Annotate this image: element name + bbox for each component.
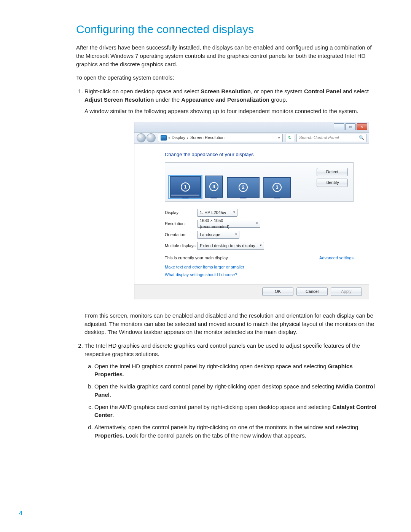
resolution-label: Resolution: xyxy=(165,221,197,227)
intro-paragraph: After the drivers have been successfully… xyxy=(76,43,377,68)
step-2a: Open the Intel HD graphics control panel… xyxy=(94,362,377,379)
bold-properties: Properties. xyxy=(94,432,124,439)
monitor-1[interactable]: 1 xyxy=(170,176,201,198)
display-label: Display: xyxy=(165,210,197,216)
step-2c: Open the AMD graphics card control panel… xyxy=(94,403,377,420)
display-dropdown[interactable]: 1. HP L2045w xyxy=(197,209,237,217)
refresh-button[interactable]: ↻ xyxy=(285,134,294,142)
address-bar: « Display ▸ Screen Resolution ▾ ↻ Search… xyxy=(134,133,369,144)
multiple-displays-label: Multiple displays: xyxy=(165,243,197,249)
bold-screen-resolution: Screen Resolution xyxy=(201,88,251,94)
display-settings-help-link[interactable]: What display settings should I choose? xyxy=(165,272,354,278)
window-titlebar: — ▭ ✕ xyxy=(134,122,369,133)
close-button[interactable]: ✕ xyxy=(357,123,367,130)
text-size-link[interactable]: Make text and other items larger or smal… xyxy=(165,264,354,270)
resolution-dropdown[interactable]: 1680 × 1050 (recommended) xyxy=(197,220,260,228)
open-controls-lead: To open the operating system controls: xyxy=(76,73,377,82)
maximize-button[interactable]: ▭ xyxy=(345,123,356,130)
step-1: Right-click on open desktop space and se… xyxy=(84,87,377,336)
ok-button[interactable]: OK xyxy=(262,288,293,296)
bold-adjust-screen-resolution: Adjust Screen Resolution xyxy=(84,96,154,103)
monitor-4[interactable]: 4 xyxy=(205,176,223,198)
after-figure-paragraph: From this screen, monitors can be enable… xyxy=(84,312,377,336)
step-1-after: A window similar to the following appear… xyxy=(84,107,377,115)
display-arrangement-area[interactable]: 1 4 2 xyxy=(165,162,354,202)
orientation-dropdown[interactable]: Landscape xyxy=(197,231,239,239)
bold-control-panel: Control Panel xyxy=(304,88,341,94)
screen-resolution-window: — ▭ ✕ « Display ▸ Screen Re xyxy=(134,122,369,299)
step-2b: Open the Nvidia graphics card control pa… xyxy=(94,382,377,399)
nav-back-button[interactable] xyxy=(137,133,146,142)
advanced-settings-link[interactable]: Advanced settings xyxy=(319,255,354,261)
minimize-button[interactable]: — xyxy=(334,123,344,130)
step-2d: Alternatively, open the control panels b… xyxy=(94,423,377,440)
main-display-note: This is currently your main display. xyxy=(165,255,229,261)
cancel-button[interactable]: Cancel xyxy=(296,288,328,296)
monitor-3[interactable]: 3 xyxy=(263,177,291,198)
search-input[interactable]: Search Control Panel 🔍 xyxy=(296,134,366,142)
step-2: The Intel HD graphics and discrete graph… xyxy=(84,342,377,440)
orientation-label: Orientation: xyxy=(165,232,197,238)
identify-button[interactable]: Identify xyxy=(317,179,348,187)
dialog-footer: OK Cancel Apply xyxy=(134,284,369,299)
nav-forward-button[interactable] xyxy=(147,133,156,142)
page-title: Configuring the connected displays xyxy=(76,23,377,36)
detect-button[interactable]: Detect xyxy=(317,168,348,176)
apply-button[interactable]: Apply xyxy=(331,288,362,296)
monitor-2[interactable]: 2 xyxy=(227,177,260,198)
panel-heading: Change the appearance of your displays xyxy=(165,151,354,158)
breadcrumb[interactable]: « Display ▸ Screen Resolution ▾ xyxy=(158,134,283,142)
bold-appearance-personalization: Appearance and Personalization xyxy=(181,96,269,103)
display-icon xyxy=(161,135,167,141)
search-icon: 🔍 xyxy=(359,135,364,141)
multiple-displays-dropdown[interactable]: Extend desktop to this display xyxy=(197,242,264,250)
page-number: 4 xyxy=(19,510,22,517)
